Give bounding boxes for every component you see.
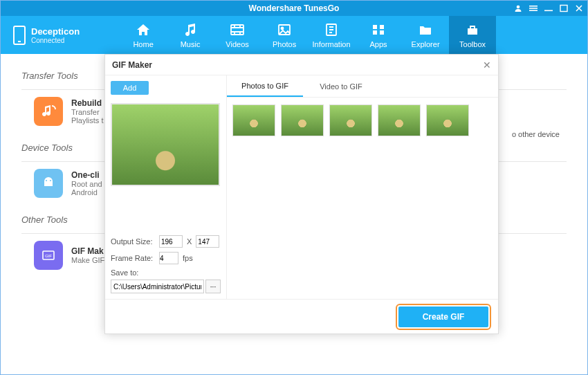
preview-image xyxy=(111,103,220,186)
dialog-close-icon[interactable]: ✕ xyxy=(483,60,491,71)
svg-rect-3 xyxy=(529,10,538,11)
dialog-footer: Create GIF xyxy=(105,299,498,333)
add-button[interactable]: Add xyxy=(111,81,149,95)
device-info[interactable]: Decepticon Connected xyxy=(1,26,92,45)
tool-rebuild-title: Rebuild xyxy=(71,98,103,108)
output-width-input[interactable] xyxy=(159,235,183,248)
tab-home-label: Home xyxy=(133,40,153,48)
svg-rect-2 xyxy=(529,8,538,9)
subtab-photos[interactable]: Photos to GIF xyxy=(227,75,303,97)
tool-oneclick-title: One-cli xyxy=(71,170,102,180)
tab-information[interactable]: Information xyxy=(308,16,355,54)
tool-rebuild-desc2: Playlists t xyxy=(71,116,103,125)
tab-music[interactable]: Music xyxy=(167,16,214,54)
toolbox-icon xyxy=(464,22,481,37)
svg-text:GIF: GIF xyxy=(45,254,52,258)
gif-icon: GIF xyxy=(34,241,63,270)
tab-videos-label: Videos xyxy=(226,40,248,48)
tab-information-label: Information xyxy=(313,40,351,48)
svg-point-14 xyxy=(46,180,47,181)
svg-rect-4 xyxy=(544,10,553,12)
svg-rect-10 xyxy=(373,25,377,29)
save-to-label: Save to: xyxy=(111,268,221,277)
output-size-label: Output Size: xyxy=(111,237,155,246)
maximize-icon[interactable] xyxy=(560,4,568,12)
left-pane: Add Output Size: X Frame Rate: fps xyxy=(105,75,227,299)
tab-apps[interactable]: Apps xyxy=(355,16,402,54)
svg-rect-1 xyxy=(529,6,538,7)
tab-photos[interactable]: Photos xyxy=(261,16,308,54)
user-icon[interactable] xyxy=(514,4,522,12)
subtabs: Photos to GIF Video to GIF xyxy=(227,75,498,98)
svg-point-8 xyxy=(282,27,284,29)
titlebar: Wondershare TunesGo xyxy=(1,1,587,16)
tab-explorer-label: Explorer xyxy=(412,40,440,48)
svg-point-0 xyxy=(517,6,520,9)
tab-toolbox[interactable]: Toolbox xyxy=(449,16,496,54)
photo-icon xyxy=(276,22,293,37)
svg-rect-6 xyxy=(231,25,244,35)
device-name: Decepticon xyxy=(31,26,80,37)
tool-rebuild-desc1: Transfer xyxy=(71,108,103,116)
app-window: Wondershare TunesGo Decepticon Connected… xyxy=(0,0,588,375)
thumbnail[interactable] xyxy=(378,104,421,136)
tool-oneclick-desc2: Android xyxy=(71,188,98,196)
dialog-title: GIF Maker xyxy=(112,60,152,70)
topbar: Decepticon Connected Home Music Videos P… xyxy=(1,16,587,54)
phone-icon xyxy=(13,26,26,45)
create-gif-button[interactable]: Create GIF xyxy=(398,307,488,327)
thumbnail-strip xyxy=(227,98,498,143)
music-icon xyxy=(182,22,199,37)
window-controls xyxy=(514,1,583,16)
app-title: Wondershare TunesGo xyxy=(249,3,340,13)
thumbnail[interactable] xyxy=(329,104,372,136)
tab-music-label: Music xyxy=(181,40,201,48)
thumbnail[interactable] xyxy=(232,104,275,136)
frame-rate-input[interactable] xyxy=(159,252,178,264)
tab-explorer[interactable]: Explorer xyxy=(402,16,449,54)
svg-rect-12 xyxy=(373,30,377,35)
folder-icon xyxy=(417,22,434,37)
svg-rect-13 xyxy=(380,30,384,35)
frame-rate-label: Frame Rate: xyxy=(111,254,155,262)
svg-point-15 xyxy=(50,180,51,181)
dialog-body: Add Output Size: X Frame Rate: fps xyxy=(105,75,498,299)
svg-rect-11 xyxy=(380,25,384,29)
tab-toolbox-label: Toolbox xyxy=(459,40,486,48)
gif-maker-dialog: GIF Maker ✕ Add Output Size: X xyxy=(104,54,499,334)
tool-gifmaker-title: GIF Mak xyxy=(71,246,104,256)
device-status: Connected xyxy=(31,37,80,44)
tab-home[interactable]: Home xyxy=(120,16,167,54)
output-height-input[interactable] xyxy=(196,235,219,248)
home-icon xyxy=(135,22,151,37)
dialog-header: GIF Maker ✕ xyxy=(105,55,498,75)
tool-oneclick-desc1: Root and xyxy=(71,180,102,188)
tab-apps-label: Apps xyxy=(370,40,387,48)
close-icon[interactable] xyxy=(575,4,583,12)
thumbnail[interactable] xyxy=(426,104,469,136)
tool-gifmaker-desc: Make GIF xyxy=(71,256,104,264)
save-path-input[interactable] xyxy=(111,280,204,293)
tab-videos[interactable]: Videos xyxy=(214,16,261,54)
minimize-icon[interactable] xyxy=(544,4,553,12)
info-icon xyxy=(323,22,340,37)
tab-photos-label: Photos xyxy=(273,40,296,48)
subtab-video[interactable]: Video to GIF xyxy=(303,75,379,97)
android-icon xyxy=(34,169,63,198)
main-area: Transfer Tools Rebuild Transfer Playlist… xyxy=(1,54,587,374)
side-text: o other device xyxy=(512,130,560,138)
apps-icon xyxy=(370,22,387,37)
svg-rect-5 xyxy=(560,6,567,12)
nav-tabs: Home Music Videos Photos Information App… xyxy=(120,16,496,54)
menu-icon[interactable] xyxy=(529,4,538,12)
browse-button[interactable]: ··· xyxy=(205,280,221,293)
right-pane: Photos to GIF Video to GIF xyxy=(227,75,498,299)
output-x: X xyxy=(187,237,192,246)
fps-unit: fps xyxy=(183,254,193,262)
video-icon xyxy=(229,22,246,37)
thumbnail[interactable] xyxy=(281,104,324,136)
settings-panel: Output Size: X Frame Rate: fps Save to: xyxy=(111,231,221,293)
rebuild-icon xyxy=(34,97,63,126)
